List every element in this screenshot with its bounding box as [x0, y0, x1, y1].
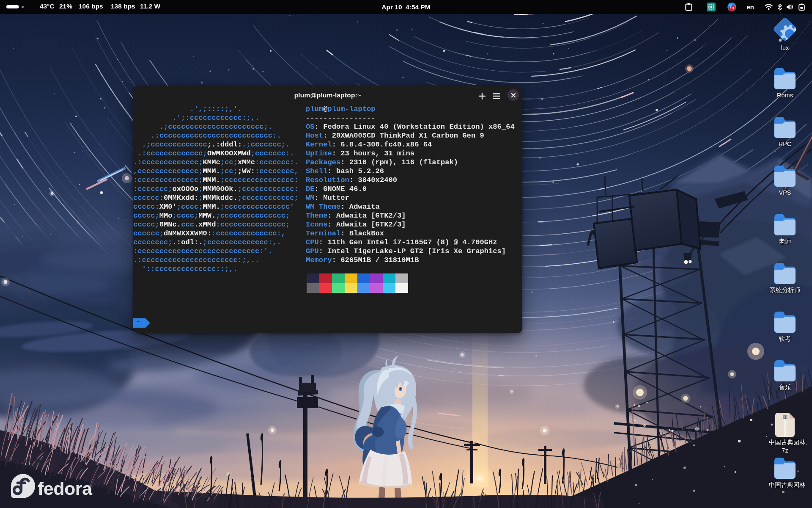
- svg-text:1.8: 1.8: [730, 7, 734, 10]
- svg-text:fedora: fedora: [38, 478, 93, 499]
